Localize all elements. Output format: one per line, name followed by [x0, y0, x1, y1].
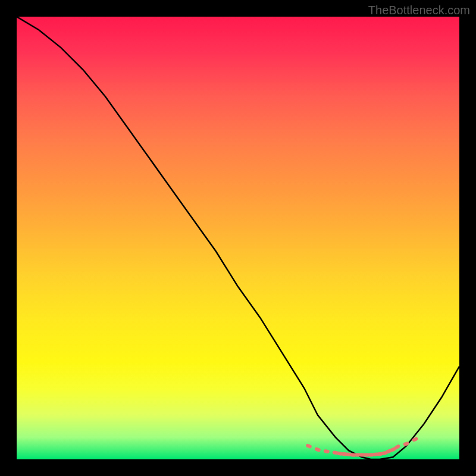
- chart-plot-area: [17, 17, 459, 459]
- chart-svg: [17, 17, 459, 459]
- range-marker: [305, 443, 312, 449]
- recommended-range-markers: [305, 437, 418, 458]
- watermark-text: TheBottleneck.com: [368, 4, 470, 17]
- range-marker: [323, 449, 330, 454]
- bottleneck-curve-line: [17, 17, 459, 459]
- range-marker: [314, 447, 321, 452]
- curve-path: [17, 17, 459, 459]
